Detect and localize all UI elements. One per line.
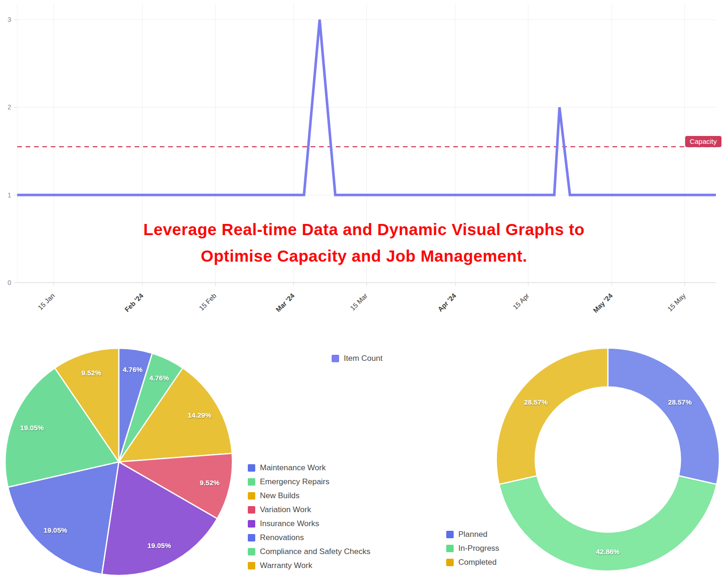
- legend-swatch: [446, 531, 454, 538]
- slice-percent-label: 14.29%: [188, 411, 211, 419]
- x-axis-labels: 15 JanFeb '2415 FebMar '2415 MarApr '241…: [36, 291, 687, 314]
- x-axis-label: 15 Jan: [36, 292, 56, 311]
- legend-item-maintenance-work[interactable]: Maintenance Work: [248, 461, 370, 475]
- legend-swatch: [446, 559, 454, 566]
- y-axis-label: 2: [7, 103, 11, 111]
- legend-item-emergency-repairs[interactable]: Emergency Repairs: [248, 475, 370, 489]
- x-axis-label: May '24: [592, 292, 614, 314]
- x-axis-label: Feb '24: [123, 292, 145, 313]
- line-chart-canvas[interactable]: 012315 JanFeb '2415 FebMar '2415 MarApr …: [0, 0, 728, 331]
- slice-percent-label: 28.57%: [668, 398, 692, 406]
- legend-label: Emergency Repairs: [260, 477, 329, 487]
- x-axis-label: Apr '24: [436, 292, 458, 313]
- caption-line-1: Leverage Real-time Data and Dynamic Visu…: [0, 216, 728, 243]
- slice-planned[interactable]: [608, 348, 719, 485]
- x-axis-label: 15 May: [666, 291, 687, 312]
- item-count-label: Item Count: [344, 354, 382, 363]
- slice-percent-label: 28.57%: [524, 398, 548, 406]
- legend-label: Insurance Works: [260, 519, 319, 528]
- legend-label: Renovations: [260, 533, 304, 542]
- legend-label: Warranty Work: [260, 561, 312, 570]
- job-types-pie-chart[interactable]: 4.76%4.76%14.29%9.52%19.05%19.05%19.05%9…: [4, 347, 233, 577]
- slice-percent-label: 9.52%: [200, 479, 220, 487]
- item-count-swatch: [332, 355, 339, 362]
- y-axis-label: 0: [7, 279, 11, 286]
- legend-item-planned[interactable]: Planned: [446, 528, 499, 541]
- legend-item-variation-work[interactable]: Variation Work: [248, 503, 370, 517]
- y-axis-label: 1: [7, 191, 11, 199]
- x-axis-label: Mar '24: [274, 292, 296, 313]
- legend-item-count[interactable]: Item Count: [332, 352, 382, 365]
- slice-percent-label: 42.86%: [596, 548, 620, 555]
- slice-percent-label: 4.76%: [123, 365, 143, 373]
- slice-percent-label: 19.05%: [147, 541, 171, 549]
- legend-item-new-builds[interactable]: New Builds: [248, 489, 370, 503]
- slice-in-progress[interactable]: [499, 476, 717, 571]
- legend-item-completed[interactable]: Completed: [446, 555, 499, 569]
- legend-label: New Builds: [260, 491, 299, 501]
- legend-item-renovations[interactable]: Renovations: [248, 531, 370, 545]
- caption-line-2: Optimise Capacity and Job Management.: [0, 243, 728, 269]
- legend-item-warranty-work[interactable]: Warranty Work: [248, 559, 370, 573]
- job-types-legend: Maintenance WorkEmergency RepairsNew Bui…: [248, 461, 370, 573]
- legend-item-compliance-and-safety-checks[interactable]: Compliance and Safety Checks: [248, 545, 370, 559]
- legend-swatch: [248, 534, 255, 541]
- x-axis-label: 15 Apr: [511, 292, 531, 311]
- job-status-legend: PlannedIn-ProgressCompleted: [446, 528, 499, 569]
- x-axis-label: 15 Feb: [197, 292, 218, 312]
- legend-swatch: [248, 506, 255, 514]
- job-status-donut-chart[interactable]: 28.57%42.86%28.57%: [496, 347, 720, 572]
- legend-swatch: [248, 520, 255, 528]
- caption-text: Leverage Real-time Data and Dynamic Visu…: [0, 216, 728, 269]
- legend-label: Maintenance Work: [260, 463, 326, 473]
- legend-label: In-Progress: [458, 544, 499, 553]
- legend-swatch: [248, 548, 255, 555]
- y-axis-label: 3: [7, 16, 11, 23]
- legend-swatch: [446, 545, 454, 552]
- legend-swatch: [248, 464, 255, 472]
- slice-percent-label: 19.05%: [20, 424, 44, 432]
- legend-swatch: [248, 562, 255, 569]
- legend-swatch: [248, 478, 255, 486]
- slice-completed[interactable]: [497, 348, 608, 485]
- legend-label: Planned: [458, 530, 487, 539]
- legend-label: Variation Work: [260, 505, 311, 514]
- legend-label: Completed: [458, 558, 497, 567]
- x-axis-label: 15 Mar: [349, 292, 369, 312]
- legend-item-insurance-works[interactable]: Insurance Works: [248, 517, 370, 531]
- slice-percent-label: 9.52%: [82, 369, 102, 377]
- item-count-line-chart[interactable]: 012315 JanFeb '2415 FebMar '2415 MarApr …: [0, 0, 728, 331]
- capacity-badge: Capacity: [685, 136, 721, 147]
- slice-percent-label: 19.05%: [43, 526, 67, 534]
- legend-item-in-progress[interactable]: In-Progress: [446, 541, 499, 555]
- legend-swatch: [248, 492, 255, 500]
- slice-percent-label: 4.76%: [150, 374, 170, 382]
- legend-label: Compliance and Safety Checks: [260, 547, 370, 556]
